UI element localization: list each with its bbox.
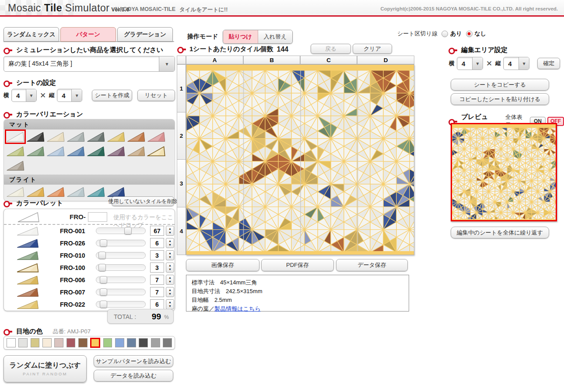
grout-color-swatch[interactable]: [67, 338, 76, 347]
ratio-value-input[interactable]: 7: [150, 287, 164, 297]
step-down-icon[interactable]: ▼: [168, 304, 172, 308]
back-button[interactable]: 戻る: [311, 44, 351, 54]
variation-swatch[interactable]: [86, 144, 106, 158]
edit-h-select[interactable]: 4 ▼: [457, 57, 483, 70]
step-down-icon[interactable]: ▼: [168, 280, 172, 284]
slider-thumb[interactable]: [98, 252, 106, 259]
variation-swatch[interactable]: [25, 130, 46, 144]
ratio-stepper[interactable]: ▲▼: [166, 262, 174, 273]
palette-tile-swatch[interactable]: [16, 226, 39, 238]
ratio-value-input[interactable]: 7: [150, 275, 164, 285]
chevron-down-icon[interactable]: ▼: [159, 56, 175, 71]
clear-button[interactable]: クリア: [353, 44, 392, 54]
palette-tile-swatch[interactable]: [16, 238, 39, 250]
delete-unused-tiles-button[interactable]: 使用していないタイルを削除: [112, 196, 174, 206]
step-up-icon[interactable]: ▲: [168, 239, 172, 243]
preview-canvas[interactable]: [451, 123, 557, 221]
divider-on-radio[interactable]: [441, 31, 448, 37]
row-header-1[interactable]: 1: [177, 64, 186, 112]
variation-swatch[interactable]: [25, 144, 46, 158]
grout-color-swatch[interactable]: [151, 338, 160, 347]
column-header-a[interactable]: A: [186, 56, 243, 64]
ratio-slider[interactable]: [96, 240, 146, 246]
variation-swatch[interactable]: [106, 130, 126, 144]
palette-tile-swatch[interactable]: [16, 299, 39, 312]
grout-color-swatch[interactable]: [163, 338, 172, 347]
variation-swatch[interactable]: [106, 144, 126, 158]
variation-swatch[interactable]: [66, 144, 86, 158]
ratio-stepper[interactable]: ▲▼: [166, 299, 174, 309]
load-sample-pattern-button[interactable]: サンプルパターンを読み込む: [94, 355, 173, 367]
variation-swatch[interactable]: [86, 130, 106, 144]
slider-thumb[interactable]: [100, 276, 107, 284]
ratio-slider[interactable]: [96, 252, 146, 259]
grout-color-swatch[interactable]: [78, 338, 88, 347]
grout-color-swatch[interactable]: [31, 338, 40, 347]
ratio-stepper[interactable]: ▲▼: [166, 226, 174, 236]
load-data-button[interactable]: データを読み込む: [94, 370, 173, 382]
grout-color-swatch[interactable]: [90, 338, 100, 348]
ratio-slider[interactable]: [96, 264, 146, 271]
chevron-down-icon[interactable]: ▼: [71, 89, 82, 102]
slider-thumb[interactable]: [124, 227, 132, 234]
variation-swatch[interactable]: [5, 159, 25, 172]
repeat-sheet-button[interactable]: 編集中のシートを全体に繰り返す: [451, 227, 549, 238]
step-down-icon[interactable]: ▼: [168, 268, 172, 271]
ratio-value-input[interactable]: 6: [150, 238, 164, 248]
ratio-stepper[interactable]: ▲▼: [166, 287, 174, 297]
variation-swatch[interactable]: [46, 185, 66, 199]
slider-thumb[interactable]: [98, 264, 106, 271]
ratio-slider[interactable]: [96, 301, 146, 308]
divider-off-radio[interactable]: [466, 31, 473, 37]
palette-tile-swatch[interactable]: [16, 287, 39, 299]
chevron-down-icon[interactable]: ▼: [472, 57, 483, 70]
mode-paste-button[interactable]: 貼りつけ: [223, 30, 258, 43]
variation-swatch[interactable]: [5, 130, 25, 144]
grout-color-swatch[interactable]: [115, 338, 124, 347]
ratio-value-input[interactable]: 3: [150, 250, 164, 260]
ratio-slider[interactable]: [96, 289, 146, 295]
variation-swatch[interactable]: [46, 130, 66, 144]
chevron-down-icon[interactable]: ▼: [26, 89, 36, 102]
variation-swatch[interactable]: [126, 130, 146, 144]
tab-pattern[interactable]: パターン: [60, 27, 116, 42]
column-header-b[interactable]: B: [243, 56, 300, 64]
grout-color-swatch[interactable]: [18, 338, 28, 347]
row-header-4[interactable]: 4: [177, 207, 186, 255]
variation-swatch[interactable]: [86, 185, 106, 199]
slider-thumb[interactable]: [100, 239, 107, 247]
ratio-stepper[interactable]: ▲▼: [166, 250, 174, 260]
reset-button[interactable]: リセット: [137, 90, 175, 101]
grout-color-swatch[interactable]: [42, 338, 52, 347]
ratio-slider[interactable]: [96, 276, 146, 283]
row-header-3[interactable]: 3: [177, 159, 186, 207]
mode-swap-button[interactable]: 入れ替え: [258, 30, 293, 43]
tab-gradation[interactable]: グラデーション: [117, 27, 173, 42]
step-up-icon[interactable]: ▲: [168, 276, 172, 280]
variation-swatch[interactable]: [66, 185, 86, 199]
variation-swatch[interactable]: [146, 130, 166, 144]
step-down-icon[interactable]: ▼: [168, 256, 172, 259]
grout-color-swatch[interactable]: [54, 338, 63, 347]
variation-swatch[interactable]: [5, 185, 25, 199]
ratio-slider[interactable]: [96, 228, 146, 234]
slider-thumb[interactable]: [100, 301, 107, 308]
slider-thumb[interactable]: [100, 288, 107, 296]
step-up-icon[interactable]: ▲: [168, 252, 172, 255]
variation-swatch[interactable]: [146, 144, 166, 158]
create-sheet-button[interactable]: シートを作成: [92, 90, 132, 101]
variation-swatch[interactable]: [46, 144, 66, 158]
step-up-icon[interactable]: ▲: [168, 227, 172, 231]
step-down-icon[interactable]: ▼: [168, 292, 172, 296]
sheet-v-select[interactable]: 4 ▼: [57, 89, 82, 102]
column-header-c[interactable]: C: [300, 56, 357, 64]
copy-sheet-button[interactable]: シートをコピーする: [451, 79, 549, 91]
step-up-icon[interactable]: ▲: [168, 288, 172, 292]
ratio-value-input[interactable]: 6: [150, 299, 164, 309]
save-pdf-button[interactable]: PDF保存: [261, 259, 334, 271]
grout-color-swatch[interactable]: [103, 338, 112, 347]
edit-v-select[interactable]: 4 ▼: [503, 57, 529, 70]
divider-on-option[interactable]: あり: [441, 30, 462, 38]
product-info-link[interactable]: 製品情報はこちら: [214, 305, 260, 312]
palette-tile-swatch[interactable]: [16, 250, 39, 262]
